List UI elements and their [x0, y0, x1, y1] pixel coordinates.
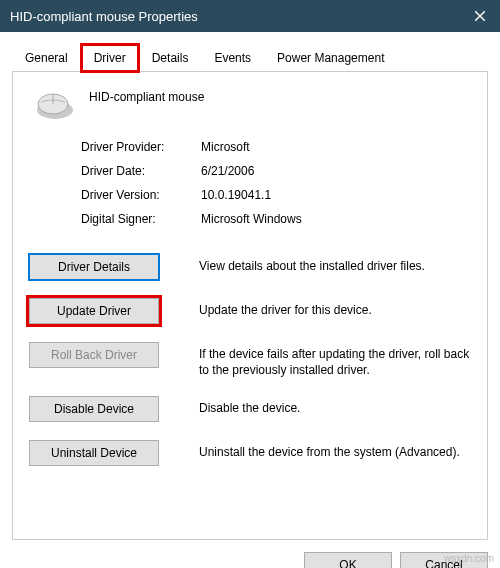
- uninstall-device-button[interactable]: Uninstall Device: [29, 440, 159, 466]
- dialog-footer: OK Cancel: [0, 548, 500, 568]
- uninstall-device-desc: Uninstall the device from the system (Ad…: [199, 440, 471, 460]
- ok-button[interactable]: OK: [304, 552, 392, 568]
- actions: Driver Details View details about the in…: [29, 254, 471, 466]
- version-label: Driver Version:: [81, 188, 201, 202]
- date-value: 6/21/2006: [201, 164, 471, 178]
- signer-label: Digital Signer:: [81, 212, 201, 226]
- device-header: HID-compliant mouse: [29, 88, 471, 120]
- disable-device-desc: Disable the device.: [199, 396, 471, 416]
- driver-info: Driver Provider: Microsoft Driver Date: …: [81, 140, 471, 226]
- version-value: 10.0.19041.1: [201, 188, 471, 202]
- update-driver-button[interactable]: Update Driver: [29, 298, 159, 324]
- roll-back-driver-button: Roll Back Driver: [29, 342, 159, 368]
- tab-events[interactable]: Events: [201, 44, 264, 71]
- tab-driver[interactable]: Driver: [81, 44, 139, 72]
- mouse-icon: [33, 88, 75, 120]
- provider-value: Microsoft: [201, 140, 471, 154]
- update-driver-desc: Update the driver for this device.: [199, 298, 471, 318]
- tab-general[interactable]: General: [12, 44, 81, 71]
- tab-content: HID-compliant mouse Driver Provider: Mic…: [12, 72, 488, 540]
- close-icon[interactable]: [470, 6, 490, 26]
- tab-power-management[interactable]: Power Management: [264, 44, 397, 71]
- titlebar: HID-compliant mouse Properties: [0, 0, 500, 32]
- date-label: Driver Date:: [81, 164, 201, 178]
- driver-details-button[interactable]: Driver Details: [29, 254, 159, 280]
- tab-details[interactable]: Details: [139, 44, 202, 71]
- window-title: HID-compliant mouse Properties: [10, 9, 198, 24]
- provider-label: Driver Provider:: [81, 140, 201, 154]
- watermark: wsxdn.com: [444, 553, 494, 564]
- roll-back-driver-desc: If the device fails after updating the d…: [199, 342, 471, 378]
- disable-device-button[interactable]: Disable Device: [29, 396, 159, 422]
- device-name: HID-compliant mouse: [89, 88, 204, 104]
- driver-details-desc: View details about the installed driver …: [199, 254, 471, 274]
- tabstrip: General Driver Details Events Power Mana…: [12, 44, 488, 72]
- signer-value: Microsoft Windows: [201, 212, 471, 226]
